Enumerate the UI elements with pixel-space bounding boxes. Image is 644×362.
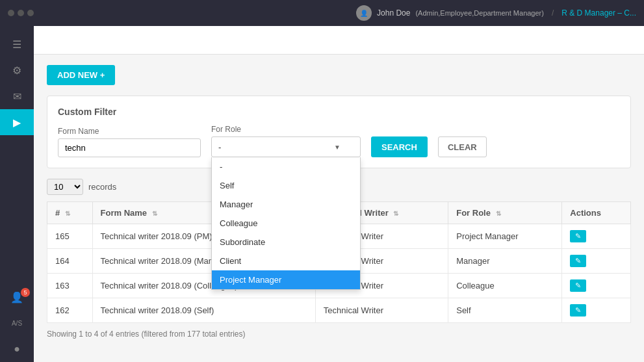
cell-id: 164 [47,249,93,274]
for-role-selected-value: - [218,142,221,152]
action-button[interactable]: ✎ [570,230,586,242]
user-roles: (Admin,Employee,Department Manager) [415,9,543,17]
filter-row: Form Name For Role - ▼ [58,125,620,157]
clear-button[interactable]: CLEAR [438,136,487,157]
active-icon: ▶ [13,116,21,129]
content-body: ADD NEW + Custom Filter Form Name For Ro… [34,55,644,349]
records-label: records [88,182,116,192]
cell-actions: ✎ [562,274,631,298]
dropdown-item-self[interactable]: Self [212,176,360,195]
for-role-group: For Role - ▼ - Self Manager Col [211,125,361,157]
user-name: John Doe [377,8,410,18]
top-bar-left [8,10,34,16]
records-per-page-select[interactable]: 10 25 50 100 [47,179,83,195]
col-id: # ⇅ [47,202,93,224]
breadcrumb-sep: / [552,8,554,18]
sort-icon-tech-writer[interactable]: ⇅ [393,210,398,217]
dropdown-item-project-manager[interactable]: Project Manager [212,270,360,289]
avatar: 👤 [356,5,372,21]
sidebar-item-active[interactable]: ▶ [0,109,34,135]
dropdown-item-subordinate[interactable]: Subordinate [212,233,360,252]
top-bar: 👤 John Doe (Admin,Employee,Department Ma… [0,0,644,26]
dot-icon: ● [14,343,20,355]
for-role-select-wrapper: - ▼ - Self Manager Colleague Subordinate… [211,136,361,157]
cell-id: 163 [47,274,93,298]
table-footer-text: Showing 1 to 4 of 4 entries (filtered fr… [47,330,246,339]
sidebar-item-settings[interactable]: ⚙ [0,57,34,83]
for-role-label: For Role [211,125,361,134]
add-new-button[interactable]: ADD NEW + [47,65,115,85]
dropdown-item-empty[interactable]: - [212,157,360,176]
action-button[interactable]: ✎ [570,279,586,292]
cell-for-role: Colleague [448,274,562,298]
breadcrumb-link: R & D Manager – C... [561,8,636,18]
menu-icon: ☰ [12,38,21,51]
page-header [34,26,644,55]
cell-actions: ✎ [562,249,631,274]
filter-title: Custom Filter [58,107,620,117]
form-name-label: Form Name [58,127,201,136]
cell-for-role: Project Manager [448,224,562,249]
dropdown-item-colleague[interactable]: Colleague [212,214,360,233]
cell-actions: ✎ [562,224,631,249]
content-area: ADD NEW + Custom Filter Form Name For Ro… [34,26,644,362]
filter-panel: Custom Filter Form Name For Role - ▼ [47,96,631,168]
cell-for-role: Manager [448,249,562,274]
messages-icon: ✉ [13,90,21,103]
sort-icon-for-role[interactable]: ⇅ [496,210,501,217]
for-role-select[interactable]: - ▼ [211,136,361,157]
as-icon: A/S [12,320,22,327]
sidebar-item-as[interactable]: A/S [0,310,34,336]
dot-1 [8,10,14,16]
cell-form-name: Technical writer 2018.09 (Self) [92,298,315,323]
dropdown-item-manager[interactable]: Manager [212,195,360,214]
action-button[interactable]: ✎ [570,304,586,317]
top-bar-right: 👤 John Doe (Admin,Employee,Department Ma… [356,5,636,21]
col-for-role: For Role ⇅ [448,202,562,224]
window-controls [8,10,34,16]
role-dropdown-menu: - Self Manager Colleague Subordinate Cli… [211,157,361,290]
sidebar-item-messages[interactable]: ✉ [0,83,34,109]
sidebar: ☰ ⚙ ✉ ▶ 👤 5 A/S ● [0,26,34,362]
cell-id: 165 [47,224,93,249]
cell-for-role: Self [448,298,562,323]
sidebar-item-menu[interactable]: ☰ [0,31,34,57]
sidebar-item-users[interactable]: 👤 5 [0,284,34,310]
chevron-down-icon: ▼ [334,144,341,151]
col-actions: Actions [562,202,631,224]
users-badge: 5 [21,288,30,297]
cell-id: 162 [47,298,93,323]
form-name-group: Form Name [58,127,201,157]
cell-tech-writer: Technical Writer [315,298,448,323]
dot-2 [18,10,24,16]
dropdown-item-client[interactable]: Client [212,252,360,270]
cell-actions: ✎ [562,298,631,323]
sort-icon-form-name[interactable]: ⇅ [152,210,157,217]
form-name-input[interactable] [58,138,201,157]
sort-icon-id[interactable]: ⇅ [65,210,70,217]
main-layout: ☰ ⚙ ✉ ▶ 👤 5 A/S ● ADD NEW + [0,26,644,362]
table-footer: Showing 1 to 4 of 4 entries (filtered fr… [47,330,631,339]
search-button[interactable]: SEARCH [371,136,428,157]
dot-3 [27,10,34,16]
action-button[interactable]: ✎ [570,255,586,267]
settings-icon: ⚙ [12,64,21,77]
sidebar-item-dot[interactable]: ● [0,336,34,362]
table-row: 162 Technical writer 2018.09 (Self) Tech… [47,298,631,323]
